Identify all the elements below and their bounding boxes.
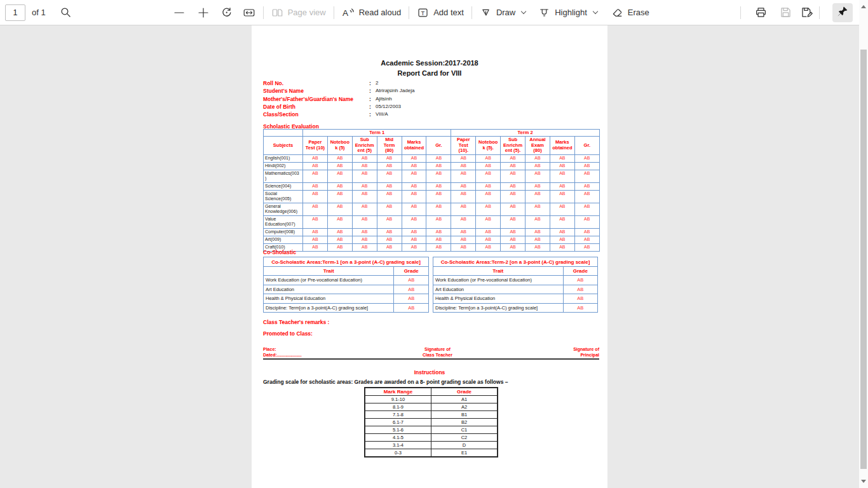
mark-range-cell: 8.1-9 <box>365 403 431 411</box>
co-table-row: Health & Physical EducationAB <box>433 294 598 304</box>
grade-cell: C2 <box>431 434 498 442</box>
signature-row: Place: Dated:.................... Signat… <box>263 347 599 360</box>
column-header-cell: Paper Test (10) <box>303 137 328 155</box>
grade-cell: AB <box>501 228 526 236</box>
erase-button[interactable]: Erase <box>611 7 649 18</box>
print-icon <box>755 6 767 18</box>
grade-cell: AB <box>574 243 599 251</box>
info-value: VIII/A <box>376 111 599 117</box>
pin-toolbar-button[interactable] <box>832 3 853 22</box>
chevron-down-icon[interactable] <box>593 9 598 14</box>
highlighter-icon <box>538 7 550 18</box>
grade-cell: AB <box>394 285 429 294</box>
term1-header: Term 1 <box>303 130 451 137</box>
grade-cell: AB <box>352 228 377 236</box>
mark-range-cell: 6.1-7 <box>365 419 431 426</box>
toolbar-separator <box>334 6 334 19</box>
info-colon: : <box>369 88 376 94</box>
grade-cell: AB <box>377 243 402 251</box>
info-colon: : <box>369 111 376 118</box>
co-scholastic-table: Co-Scholastic Areas:Term-2 [on a 3-point… <box>433 257 598 313</box>
scholastic-subject-row: Craft(010)ABABABABABABABABABABABAB <box>264 243 600 251</box>
grade-cell: AB <box>327 182 352 190</box>
grade-cell: AB <box>476 203 501 215</box>
trait-cell: Work Education (or Pre-vocational Educat… <box>264 276 394 285</box>
subject-cell: Art(009) <box>264 236 303 243</box>
grade-cell: AB <box>303 203 328 215</box>
academic-session-title: Academic Session:2017-2018 <box>252 59 607 67</box>
chevron-down-icon[interactable] <box>521 9 526 14</box>
grade-cell: AB <box>526 170 550 182</box>
highlight-button[interactable]: Highlight <box>538 7 587 18</box>
grading-header-row: Mark RangeGrade <box>365 388 498 396</box>
draw-button[interactable]: Draw <box>480 7 515 18</box>
grade-cell: AB <box>402 182 426 190</box>
grade-cell: AB <box>327 190 352 203</box>
rotate-button[interactable] <box>220 6 233 18</box>
column-header-cell: Gr. <box>574 137 599 155</box>
save-as-button[interactable] <box>801 6 813 18</box>
erase-label: Erase <box>628 8 649 17</box>
grade-cell: AB <box>402 203 426 215</box>
co-table-row: Work Education (or Pre-vocational Educat… <box>433 276 598 285</box>
read-aloud-button[interactable]: A Read aloud <box>342 7 402 18</box>
grade-cell: AB <box>451 162 476 170</box>
toolbar-separator <box>819 6 820 19</box>
trait-cell: Art Education <box>264 285 394 294</box>
fit-to-width-button[interactable] <box>243 7 255 18</box>
grade-header: Grade <box>394 267 429 276</box>
grade-cell: AB <box>426 215 451 228</box>
co-scholastic-table: Co-Scholastic Areas:Term-1 [on a 3-point… <box>263 257 429 313</box>
trait-cell: Work Education (or Pre-vocational Educat… <box>433 276 564 285</box>
grade-cell: AB <box>402 215 426 228</box>
search-button[interactable] <box>60 6 72 18</box>
grade-cell: AB <box>550 182 574 190</box>
scroll-up-arrow-icon[interactable] <box>861 5 866 8</box>
student-info-row: Mother's/Father's/Guardian's Name:Ajitsi… <box>263 96 599 104</box>
grade-cell: AB <box>451 190 476 203</box>
save-button[interactable] <box>780 6 792 18</box>
page-number-input[interactable] <box>5 4 25 21</box>
column-header-cell: Paper Test (10). <box>451 137 476 155</box>
trait-cell: Health & Physical Education <box>264 294 394 304</box>
toolbar-separator <box>740 6 741 19</box>
scroll-down-arrow-icon[interactable] <box>861 480 866 483</box>
scrollbar-thumb[interactable] <box>860 50 867 469</box>
pdf-viewer-canvas[interactable]: Academic Session:2017-2018 Report Card f… <box>0 25 859 488</box>
grade-cell: AB <box>550 190 574 203</box>
grade-cell: A2 <box>431 403 498 411</box>
grade-cell: AB <box>526 228 550 236</box>
scholastic-term-header-row: Term 1Term 2 <box>264 130 600 137</box>
co-table-title-row: Co-Scholastic Areas:Term-1 [on a 3-point… <box>264 257 429 267</box>
mark-range-cell: 0-3 <box>365 449 431 458</box>
grade-cell: AB <box>526 190 550 203</box>
co-table-row: Art EducationAB <box>264 285 429 294</box>
trait-header: Trait <box>264 267 394 276</box>
grade-cell: AB <box>574 190 599 203</box>
grade-cell: AB <box>476 228 501 236</box>
grade-cell: AB <box>426 170 451 182</box>
print-button[interactable] <box>755 6 767 18</box>
page-view-button[interactable]: Page view <box>271 7 326 18</box>
zoom-out-button[interactable] <box>173 7 185 18</box>
grade-cell: AB <box>550 228 574 236</box>
co-table-row: Discipline: Term[on a 3-point(A-C) gradi… <box>433 303 598 313</box>
grade-cell: AB <box>574 203 599 215</box>
trait-cell: Health & Physical Education <box>433 294 564 304</box>
vertical-scrollbar[interactable] <box>859 0 868 488</box>
grade-cell: AB <box>451 182 476 190</box>
grade-cell: AB <box>501 203 526 215</box>
grade-cell: AB <box>352 170 377 182</box>
grade-cell: AB <box>526 203 550 215</box>
co-table-header-row: TraitGrade <box>433 267 598 276</box>
add-text-icon: T <box>417 7 429 18</box>
zoom-in-button[interactable] <box>198 7 209 18</box>
search-icon <box>60 6 72 18</box>
toolbar-separator <box>263 6 264 19</box>
grade-cell: AB <box>377 203 402 215</box>
add-text-button[interactable]: T Add text <box>417 7 464 18</box>
grade-cell: AB <box>574 170 599 182</box>
subject-cell: Social Science(005) <box>264 190 303 203</box>
plus-icon <box>198 7 209 18</box>
trait-cell: Discipline: Term[on a 3-point(A-C) gradi… <box>264 303 394 313</box>
